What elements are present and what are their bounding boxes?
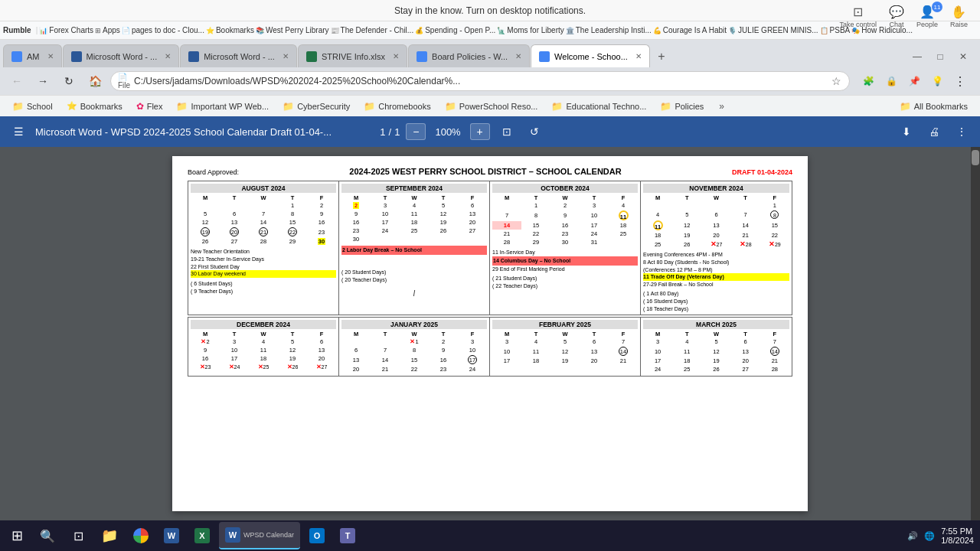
scrollbar[interactable] [971, 147, 980, 520]
courage-link[interactable]: 💪Courage Is A Habit [653, 26, 727, 34]
windows-taskbar: ⊞ 🔍 ⊡ 📁 W X W WPSD Calendar O T 🔊 🌐 7:55… [0, 520, 980, 551]
task-view-button[interactable]: ⊡ [64, 522, 92, 549]
fit-page-button[interactable]: ⊡ [496, 121, 518, 142]
tab-close-am[interactable]: ✕ [47, 52, 54, 60]
the-defender-link[interactable]: 📰The Defender - Chil... [331, 26, 414, 34]
rumble-link[interactable]: Rumble [3, 26, 31, 34]
cursor-indicator: I [341, 289, 487, 298]
bm-chromebooks[interactable]: 📁Chromebooks [358, 99, 436, 113]
page-total: 1 [394, 126, 400, 138]
tab-welcome-school[interactable]: Welcome - Schoo... ✕ [531, 44, 650, 67]
word-title: Microsoft Word - WPSD 2024-2025 School C… [35, 126, 374, 138]
extension-btn-1[interactable]: 🧩 [858, 70, 879, 92]
refresh-button[interactable]: ↻ [58, 70, 80, 92]
new-tab-button[interactable]: + [651, 46, 672, 67]
page-info: 1 / 1 [380, 126, 400, 138]
leadership-inst-link[interactable]: 🏛️The Leadership Insti... [566, 26, 652, 34]
take-control-button[interactable]: ⊡ Take control [839, 5, 877, 28]
reading-mode-button[interactable]: ↺ [524, 121, 545, 142]
zoom-in-button[interactable]: + [470, 123, 490, 140]
august-header: AUGUST 2024 [191, 184, 336, 193]
bookmarks-link[interactable]: ⭐Bookmarks [206, 26, 254, 34]
taskbar-outlook[interactable]: O [303, 522, 331, 549]
bm-ed-tech[interactable]: 📁Educational Techno... [545, 99, 652, 113]
extension-btn-4[interactable]: 💡 [926, 70, 948, 92]
taskbar-file-explorer[interactable]: 📁 [95, 522, 124, 549]
extension-btn-2[interactable]: 🔒 [880, 70, 902, 92]
tab-close-board[interactable]: ✕ [515, 52, 521, 60]
date-display: 1/8/2024 [941, 536, 974, 545]
tab-board-policies[interactable]: Board Policies - W... ✕ [408, 44, 530, 67]
bm-bookmarks[interactable]: ⭐Bookmarks [60, 99, 129, 112]
forward-button[interactable]: → [32, 70, 54, 92]
august-notes: New Teacher Orientation 19-21 Teacher In… [191, 248, 336, 295]
zoom-level: 100% [435, 126, 460, 138]
back-button[interactable]: ← [6, 70, 28, 92]
star-icon[interactable]: ☆ [831, 75, 841, 87]
bm-powerschool[interactable]: 📁PowerSchool Reso... [439, 99, 544, 113]
bm-all-bookmarks[interactable]: 📁All Bookmarks [893, 99, 974, 113]
download-button[interactable]: ⬇ [896, 121, 917, 142]
spending-link[interactable]: 💰Spending - Open P... [415, 26, 495, 34]
page-current: 1 [380, 126, 385, 138]
tab-am[interactable]: AM ✕ [3, 44, 62, 67]
tab-strive[interactable]: STRIVE Info.xlsx ✕ [298, 44, 407, 67]
bm-flex[interactable]: ✿Flex [130, 99, 169, 113]
address-bar: ← → ↻ 🏠 📄 File C:/Users/jadams/Downloads… [0, 67, 980, 95]
tab-close-word1[interactable]: ✕ [165, 52, 171, 60]
west-perry-library-link[interactable]: 📚West Perry Library [256, 26, 329, 34]
december-header: DECEMBER 2024 [191, 320, 336, 329]
home-button[interactable]: 🏠 [84, 70, 106, 92]
start-button[interactable]: ⊞ [3, 522, 31, 549]
november-header: NOVEMBER 2024 [643, 184, 789, 193]
chat-button[interactable]: 💬 Chat [889, 5, 904, 28]
bm-policies[interactable]: 📁Policies [654, 99, 710, 113]
tab-close-word2[interactable]: ✕ [283, 52, 289, 60]
taskbar-word[interactable]: W [158, 522, 185, 549]
clock: 7:55 PM [941, 527, 974, 536]
zoom-out-button[interactable]: − [406, 123, 426, 140]
minimize-button[interactable]: — [906, 46, 928, 67]
forex-charts-link[interactable]: 📊Forex Charts [39, 26, 93, 34]
board-approved-label: Board Approved: [188, 168, 239, 176]
bm-school[interactable]: 📁School [6, 99, 59, 113]
tab-close-welcome[interactable]: ✕ [635, 52, 642, 60]
extension-btn-3[interactable]: 📌 [903, 70, 925, 92]
julie-green-link[interactable]: 🎙️JULIE GREEN MINIS... [728, 26, 818, 34]
bm-more[interactable]: » [713, 99, 730, 113]
september-header: SEPTEMBER 2024 [341, 184, 487, 193]
apps-link[interactable]: ⊞Apps [95, 26, 120, 34]
search-button[interactable]: 🔍 [34, 522, 61, 549]
close-button[interactable]: ✕ [952, 46, 974, 67]
bookmarks-bar: 📁School ⭐Bookmarks ✿Flex 📁Important WP W… [0, 95, 980, 116]
taskbar-excel[interactable]: X [188, 522, 216, 549]
word-toolbar: ☰ Microsoft Word - WPSD 2024-2025 School… [0, 116, 980, 147]
november-notes: Evening Conferences 4PM - 8PM 8 Act 80 D… [643, 251, 789, 312]
taskbar-teams[interactable]: T [334, 522, 361, 549]
url-text: C:/Users/jadams/Downloads/WPSD%202024-20… [134, 76, 827, 86]
more-options-button[interactable]: ⋮ [951, 121, 972, 142]
tab-word2[interactable]: Microsoft Word - ... ✕ [180, 44, 297, 67]
maximize-button[interactable]: □ [929, 46, 951, 67]
hamburger-menu[interactable]: ☰ [8, 121, 29, 142]
raise-button[interactable]: ✋ Raise [950, 5, 968, 28]
draft-label: DRAFT 01-04-2024 [732, 168, 792, 176]
document-page: Board Approved: 2024-2025 WEST PERRY SCH… [172, 156, 808, 511]
file-icon: 📄 File [119, 76, 129, 86]
march-header: MARCH 2025 [643, 320, 789, 329]
people-button[interactable]: 👤11 People [916, 5, 938, 28]
october-notes: 11 In-Service Day 14 Columbus Day – No S… [492, 249, 638, 290]
september-notes: 2 Labor Day Break – No School ( 20 Stude… [341, 246, 487, 283]
taskbar-word-active[interactable]: W WPSD Calendar [219, 522, 300, 549]
february-header: FEBRUARY 2025 [492, 320, 638, 329]
moms-for-liberty-link[interactable]: 🗽Moms for Liberty [497, 26, 564, 34]
pages-to-doc-link[interactable]: 📄pages to doc - Clou... [122, 26, 204, 34]
url-input[interactable]: 📄 File C:/Users/jadams/Downloads/WPSD%20… [110, 71, 850, 91]
taskbar-chrome[interactable] [127, 522, 155, 549]
print-button[interactable]: 🖨 [923, 121, 945, 142]
bm-cybersecurity[interactable]: 📁CyberSecurity [276, 99, 356, 113]
more-button[interactable]: ⋮ [949, 70, 971, 92]
bm-wp-web[interactable]: 📁Important WP Web... [170, 99, 275, 113]
tab-word1[interactable]: Microsoft Word - ... ✕ [63, 44, 180, 67]
tab-close-strive[interactable]: ✕ [393, 52, 399, 60]
